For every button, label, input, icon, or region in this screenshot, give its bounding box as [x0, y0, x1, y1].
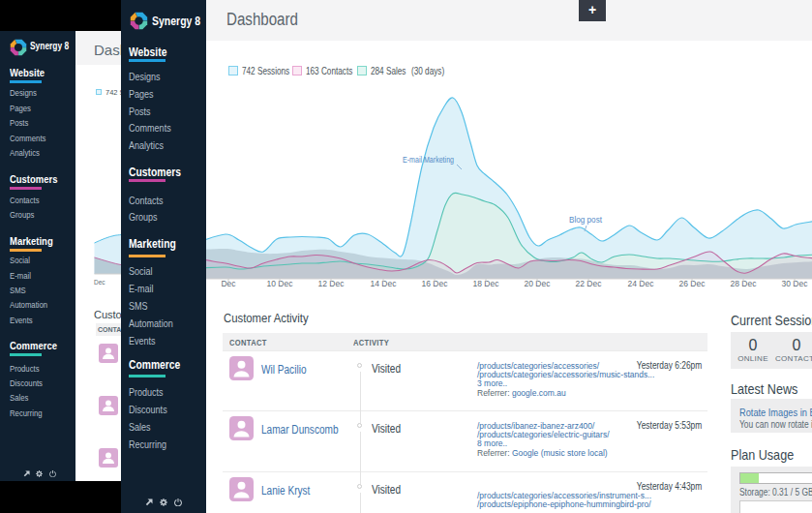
svg-text:Blog post: Blog post: [569, 215, 602, 225]
svg-text:E-mail Marketing: E-mail Marketing: [403, 155, 454, 165]
svg-text:Dec: Dec: [94, 279, 105, 286]
